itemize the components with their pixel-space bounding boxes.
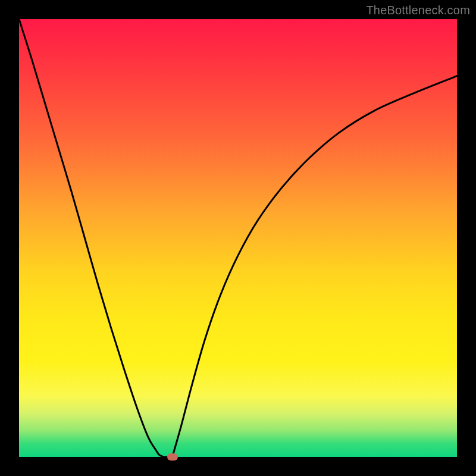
plot-area bbox=[19, 19, 457, 457]
bottleneck-curve bbox=[19, 19, 457, 457]
minimum-marker bbox=[167, 453, 178, 461]
chart-stage: TheBottleneck.com bbox=[0, 0, 476, 476]
watermark-text: TheBottleneck.com bbox=[366, 4, 470, 17]
